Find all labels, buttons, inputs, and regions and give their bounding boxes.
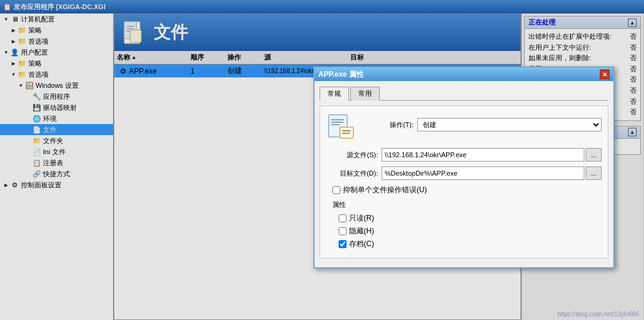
modal-dialog: APP.exe 属性 ✕ 常规 常用 xyxy=(313,66,615,268)
action-select[interactable]: 创建 xyxy=(417,118,602,131)
attributes-title: 属性 xyxy=(326,200,602,209)
readonly-label[interactable]: 只读(R) xyxy=(349,213,374,224)
action-field-container: 操作(T): 创建 xyxy=(362,118,602,136)
suppress-checkbox[interactable] xyxy=(332,186,340,194)
hidden-row: 隐藏(H) xyxy=(326,226,602,236)
target-input[interactable] xyxy=(382,166,584,180)
action-form-row: 操作(T): 创建 xyxy=(362,118,602,131)
action-row: 操作(T): 创建 xyxy=(326,112,602,142)
archive-row: 存档(C) xyxy=(326,239,602,249)
form-section: 操作(T): 创建 源文件(S): ... 目标文件(D): xyxy=(320,106,608,259)
suppress-row: 抑制单个文件操作错误(U) xyxy=(326,185,602,195)
hidden-checkbox[interactable] xyxy=(339,227,347,235)
modal-body: 常规 常用 xyxy=(315,81,613,267)
readonly-row: 只读(R) xyxy=(326,213,602,224)
modal-title: APP.exe 属性 xyxy=(318,69,364,80)
archive-label[interactable]: 存档(C) xyxy=(349,239,374,249)
source-label: 源文件(S): xyxy=(326,150,382,160)
source-browse-button[interactable]: ... xyxy=(586,148,602,162)
tab-general[interactable]: 常规 xyxy=(320,87,349,101)
target-browse-button[interactable]: ... xyxy=(586,166,602,180)
archive-checkbox[interactable] xyxy=(339,240,347,248)
source-form-row: 源文件(S): ... xyxy=(326,148,602,162)
action-icon xyxy=(326,112,356,142)
modal-overlay: APP.exe 属性 ✕ 常规 常用 xyxy=(0,0,644,320)
tab-bar: 常规 常用 xyxy=(320,86,608,101)
modal-close-button[interactable]: ✕ xyxy=(600,69,610,79)
readonly-checkbox[interactable] xyxy=(339,214,347,222)
target-label: 目标文件(D): xyxy=(326,169,382,178)
suppress-label[interactable]: 抑制单个文件操作错误(U) xyxy=(343,185,427,195)
tab-common[interactable]: 常用 xyxy=(350,87,380,101)
target-form-row: 目标文件(D): ... xyxy=(326,166,602,180)
source-input[interactable] xyxy=(382,148,584,162)
action-label: 操作(T): xyxy=(362,120,417,130)
hidden-label[interactable]: 隐藏(H) xyxy=(349,226,374,236)
modal-title-bar: APP.exe 属性 ✕ xyxy=(315,68,613,81)
svg-rect-10 xyxy=(340,127,353,138)
